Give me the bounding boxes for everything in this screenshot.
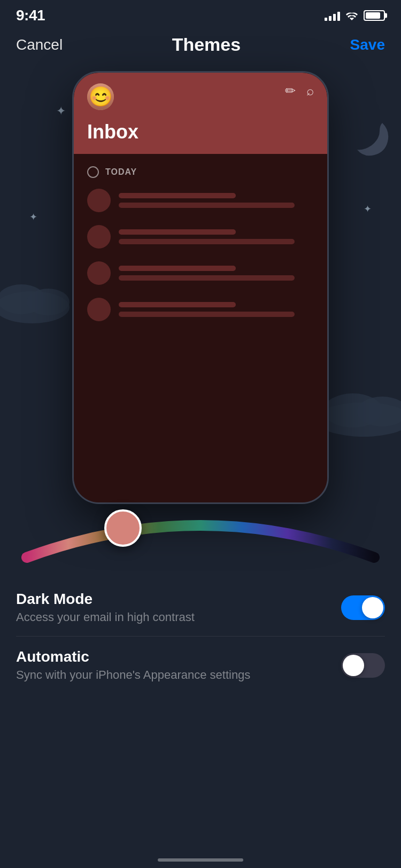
email-list: TODAY bbox=[74, 154, 327, 336]
dark-mode-row: Dark Mode Access your email in high cont… bbox=[16, 579, 385, 637]
toggle-thumb-dark-mode bbox=[362, 597, 383, 618]
phone-mockup: ✏ ⌕ Inbox TODAY bbox=[72, 71, 329, 504]
app-header-left bbox=[87, 83, 114, 110]
color-arc-container[interactable] bbox=[16, 493, 385, 568]
email-avatar-2 bbox=[87, 225, 111, 249]
app-header-icons: ✏ ⌕ bbox=[285, 83, 314, 98]
email-content-4 bbox=[119, 302, 314, 317]
settings-section: Dark Mode Access your email in high cont… bbox=[0, 579, 401, 694]
email-item-4 bbox=[74, 291, 327, 328]
automatic-subtitle: Sync with your iPhone's Appearance setti… bbox=[16, 668, 341, 682]
home-indicator bbox=[158, 858, 243, 862]
email-item-1 bbox=[74, 182, 327, 219]
email-content-2 bbox=[119, 229, 314, 244]
pencil-icon: ✏ bbox=[285, 83, 296, 98]
email-item-3 bbox=[74, 255, 327, 291]
section-label: TODAY bbox=[105, 167, 137, 177]
email-item-2 bbox=[74, 219, 327, 255]
inbox-title-row: Inbox bbox=[74, 121, 327, 154]
email-avatar-1 bbox=[87, 189, 111, 212]
email-line-short-3 bbox=[119, 266, 236, 271]
color-slider-thumb[interactable] bbox=[104, 509, 142, 547]
automatic-toggle[interactable] bbox=[341, 653, 385, 678]
email-content-3 bbox=[119, 266, 314, 281]
phone-preview: ✏ ⌕ Inbox TODAY bbox=[0, 71, 401, 504]
toggle-thumb-automatic bbox=[343, 655, 364, 676]
email-line-short-2 bbox=[119, 229, 236, 235]
email-line-short-4 bbox=[119, 302, 236, 307]
email-content-1 bbox=[119, 193, 314, 208]
email-avatar-3 bbox=[87, 261, 111, 285]
email-line-long bbox=[119, 203, 295, 208]
automatic-title: Automatic bbox=[16, 648, 341, 665]
color-picker[interactable] bbox=[0, 493, 401, 568]
dark-mode-title: Dark Mode bbox=[16, 591, 341, 608]
color-arc-svg[interactable] bbox=[16, 499, 385, 563]
avatar bbox=[87, 83, 114, 110]
email-line-long-3 bbox=[119, 275, 295, 281]
email-section-header: TODAY bbox=[74, 162, 327, 182]
battery-icon bbox=[364, 10, 385, 21]
inbox-title: Inbox bbox=[87, 121, 314, 143]
email-line-long-4 bbox=[119, 312, 295, 317]
dark-mode-toggle[interactable] bbox=[341, 595, 385, 620]
search-icon: ⌕ bbox=[306, 83, 314, 98]
email-avatar-4 bbox=[87, 298, 111, 321]
automatic-text: Automatic Sync with your iPhone's Appear… bbox=[16, 648, 341, 682]
email-line-long-2 bbox=[119, 239, 295, 244]
phone-screen: ✏ ⌕ Inbox TODAY bbox=[74, 73, 327, 502]
checkbox-icon bbox=[87, 166, 99, 178]
app-header: ✏ ⌕ bbox=[74, 73, 327, 121]
email-line-short bbox=[119, 193, 236, 198]
dark-mode-subtitle: Access your email in high contrast bbox=[16, 610, 341, 624]
dark-mode-text: Dark Mode Access your email in high cont… bbox=[16, 591, 341, 624]
automatic-row: Automatic Sync with your iPhone's Appear… bbox=[16, 637, 385, 694]
